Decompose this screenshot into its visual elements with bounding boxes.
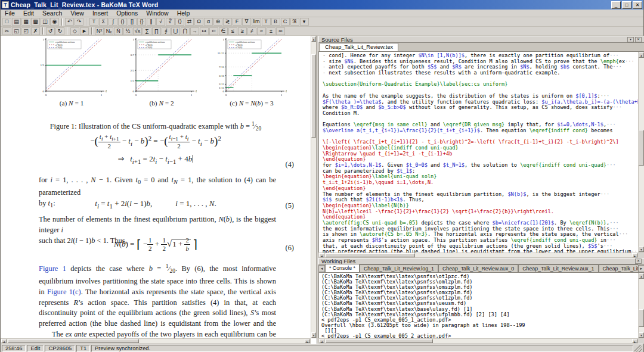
parentheses-icon[interactable]: () bbox=[118, 18, 127, 26]
preview-vertical-scrollbar[interactable]: ▲ ▼ bbox=[311, 36, 317, 338]
subscript-icon[interactable]: Nₓ bbox=[104, 27, 113, 35]
pane-menu-button[interactable]: ▾ bbox=[627, 37, 634, 42]
superscript-icon[interactable]: Nˣ bbox=[95, 27, 104, 35]
redo-small-icon[interactable]: ↻ bbox=[55, 27, 64, 35]
scroll-down-arrow[interactable]: ▼ bbox=[639, 247, 644, 252]
menu-item-search[interactable]: Search bbox=[38, 10, 66, 17]
title-bar[interactable]: T Cheap_Talk_Lit_Review.tex - BaKoMa TeX… bbox=[1, 0, 643, 10]
source-editor[interactable]: - cond]. Hence for any integer $N\in [1,… bbox=[318, 52, 638, 253]
maximize-button[interactable]: □ bbox=[622, 1, 631, 9]
minimize-button[interactable]: _ bbox=[611, 1, 621, 9]
root-x-icon[interactable]: √x bbox=[133, 27, 142, 35]
scroll-up-arrow[interactable]: ▲ bbox=[639, 52, 644, 58]
paste-icon[interactable]: ◰ bbox=[21, 27, 30, 35]
goto-icon[interactable]: ► bbox=[80, 27, 89, 35]
console-vertical-scrollbar[interactable]: ▲ ▼ bbox=[638, 273, 644, 338]
delete-icon[interactable]: ✗ bbox=[31, 27, 40, 35]
tabs-scroll-right[interactable]: ► bbox=[638, 265, 644, 272]
overline-icon[interactable]: N̄ bbox=[114, 27, 123, 35]
sum-limits-icon[interactable]: ∑ bbox=[143, 27, 151, 35]
norm-icon[interactable]: ∥ bbox=[147, 18, 156, 26]
scroll-right-arrow[interactable]: ► bbox=[632, 339, 637, 343]
scrollbar-thumb[interactable] bbox=[639, 130, 644, 166]
scrollbar-thumb[interactable] bbox=[326, 339, 433, 343]
to-arrow-icon[interactable]: → bbox=[190, 27, 199, 35]
braces-icon[interactable]: {} bbox=[137, 18, 146, 26]
mapsto-icon[interactable]: ↦ bbox=[200, 27, 209, 35]
menu-item-file[interactable]: File bbox=[1, 10, 19, 17]
menu-item-help[interactable]: Help bbox=[173, 10, 194, 17]
contour-integral-icon[interactable]: ∮ bbox=[162, 27, 171, 35]
text-mode-icon[interactable]: T bbox=[89, 18, 98, 26]
alpha-icon[interactable]: α bbox=[204, 18, 213, 26]
undo-small-icon[interactable]: ↺ bbox=[46, 27, 55, 35]
console-horizontal-scrollbar[interactable]: ◄ ► bbox=[318, 338, 638, 344]
pane-close-button[interactable]: ✕ bbox=[635, 258, 642, 264]
scroll-left-arrow[interactable]: ◄ bbox=[1, 339, 7, 343]
scroll-up-arrow[interactable]: ▲ bbox=[311, 36, 316, 42]
scroll-left-arrow[interactable]: ◄ bbox=[319, 253, 324, 257]
print-preview-icon[interactable]: ◫ bbox=[41, 18, 49, 26]
copy-icon[interactable]: ◱ bbox=[12, 27, 21, 35]
menu-item-view[interactable]: View bbox=[66, 10, 88, 17]
fraction-icon[interactable]: ½ bbox=[123, 27, 132, 35]
text-T-icon[interactable]: T bbox=[262, 18, 271, 26]
undo-icon[interactable]: ↶ bbox=[65, 18, 74, 26]
close-button[interactable]: ✕ bbox=[633, 1, 642, 9]
integral-icon[interactable]: ∫ bbox=[109, 18, 117, 26]
bookmark-icon[interactable]: ◇ bbox=[70, 27, 79, 35]
limit-icon[interactable]: lim bbox=[252, 18, 261, 26]
scrollbar-thumb[interactable] bbox=[311, 54, 316, 138]
resize-grip[interactable] bbox=[634, 345, 642, 352]
working-tab-3[interactable]: Cheap_Talk_Lit_Review.aux_1 bbox=[518, 264, 598, 272]
menu-item-options[interactable]: Options bbox=[112, 10, 142, 17]
source-vertical-scrollbar[interactable]: ▲ ▼ bbox=[638, 52, 644, 253]
scroll-down-arrow[interactable]: ▼ bbox=[311, 332, 316, 338]
console-output[interactable]: (C:\BaKoMa TeX\texmf\tex\latex\psnfss\ot… bbox=[318, 273, 638, 338]
tabs-scroll-left[interactable]: ◄ bbox=[318, 265, 325, 272]
working-tab-console[interactable]: * Console * bbox=[325, 264, 360, 272]
scroll-right-arrow[interactable]: ► bbox=[305, 339, 310, 343]
nabla-icon[interactable]: ∇ bbox=[242, 18, 251, 26]
subset-icon[interactable]: ⊂ bbox=[209, 27, 218, 35]
save-file-icon[interactable]: ▦ bbox=[21, 18, 30, 26]
nth-root-icon[interactable]: ∜ bbox=[166, 18, 175, 26]
menu-item-window[interactable]: Window bbox=[142, 10, 172, 17]
scrollbar-thumb[interactable] bbox=[8, 339, 139, 343]
redo-icon[interactable]: ↷ bbox=[75, 18, 83, 26]
source-horizontal-scrollbar[interactable]: ◄ ► bbox=[318, 253, 638, 258]
brackets-icon[interactable]: [] bbox=[128, 18, 137, 26]
omega-icon[interactable]: Ω bbox=[194, 18, 203, 26]
working-tab-1[interactable]: Cheap_Talk_Lit_Review.log_1 bbox=[360, 264, 438, 272]
tab-cheap-talk-lit-review-tex[interactable]: Cheap_Talk_Lit_Review.tex bbox=[320, 43, 398, 51]
scrollbar-thumb[interactable] bbox=[326, 253, 415, 257]
cal-C-icon[interactable]: C bbox=[281, 18, 290, 26]
pdf-preview-pane[interactable]: 11/2001θequilibrium actionsa*R(θ)a*S(θ)(… bbox=[1, 36, 317, 344]
intersection-icon[interactable]: ⋂ bbox=[181, 27, 190, 35]
infinity-icon[interactable]: ∞ bbox=[276, 27, 285, 35]
scroll-down-arrow[interactable]: ▼ bbox=[639, 332, 644, 338]
working-tab-2[interactable]: Cheap_Talk_Lit_Review.aux_0 bbox=[438, 264, 518, 272]
menu-item-edit[interactable]: Edit bbox=[19, 10, 38, 17]
more-palettes-icon[interactable]: ▾ bbox=[300, 18, 309, 26]
arrows-icon[interactable]: ⇄ bbox=[185, 18, 194, 26]
scroll-left-arrow[interactable]: ◄ bbox=[319, 339, 324, 343]
union-icon[interactable]: ⋃ bbox=[171, 27, 180, 35]
approx-icon[interactable]: ≈ bbox=[257, 27, 266, 35]
frak-R-icon[interactable]: ℜ bbox=[290, 18, 299, 26]
scroll-up-arrow[interactable]: ▲ bbox=[639, 273, 644, 279]
find-icon[interactable]: ◉ bbox=[50, 18, 59, 26]
sqrt-icon[interactable]: √ bbox=[156, 18, 165, 26]
menu-item-insert[interactable]: Insert bbox=[88, 10, 112, 17]
element-of-icon[interactable]: ∈ bbox=[219, 27, 228, 35]
working-tab-4[interactable]: Cheap_Talk_Lit_Review.out_1 bbox=[599, 264, 638, 272]
oplus-icon[interactable]: ⊕ bbox=[213, 18, 222, 26]
plus-minus-icon[interactable]: ± bbox=[267, 27, 275, 35]
cut-icon[interactable]: ✂ bbox=[2, 27, 11, 35]
open-file-icon[interactable]: ▤ bbox=[12, 18, 21, 26]
function-icon[interactable]: F bbox=[233, 18, 242, 26]
scrollbar-thumb[interactable] bbox=[639, 309, 644, 327]
neq-icon[interactable]: ≠ bbox=[247, 27, 256, 35]
print-icon[interactable]: ▩ bbox=[31, 18, 40, 26]
bold-B-icon[interactable]: B bbox=[271, 18, 280, 26]
